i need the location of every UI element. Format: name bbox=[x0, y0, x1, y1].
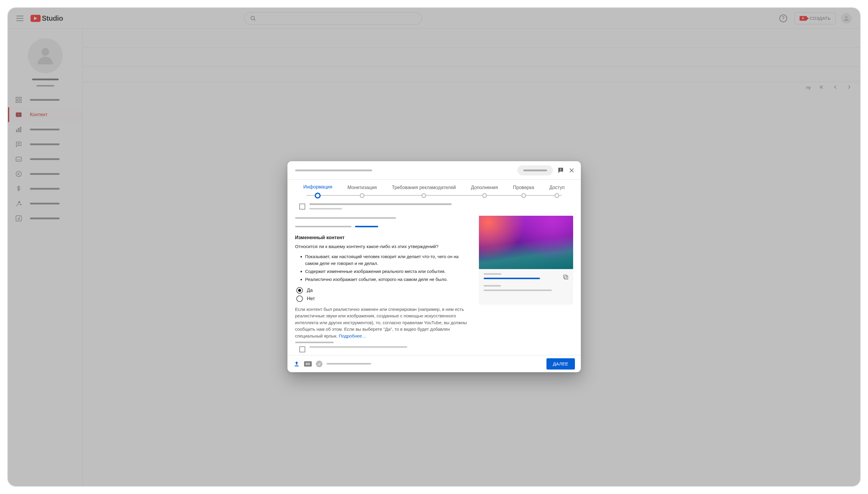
hamburger-menu-button[interactable] bbox=[16, 16, 23, 21]
page-next-icon[interactable] bbox=[846, 84, 852, 90]
step-monetization[interactable]: Монетизация bbox=[347, 185, 377, 198]
content-icon bbox=[15, 111, 22, 118]
filename-label-placeholder bbox=[484, 285, 501, 287]
comments-icon bbox=[15, 141, 22, 148]
sidebar-item-label bbox=[30, 173, 60, 175]
copyright-icon bbox=[15, 170, 22, 177]
step-checks[interactable]: Проверка bbox=[513, 185, 534, 198]
sidebar-item-analytics[interactable] bbox=[8, 122, 82, 137]
altered-radio-yes[interactable]: Да bbox=[296, 287, 470, 294]
sidebar-item-audio[interactable] bbox=[8, 211, 82, 226]
altered-explain-text: Если контент был реалистично изменен или… bbox=[295, 307, 467, 338]
next-button[interactable]: ДАЛЕЕ bbox=[546, 358, 575, 369]
channel-avatar[interactable] bbox=[28, 38, 63, 73]
svg-point-3 bbox=[41, 48, 49, 56]
channel-block bbox=[8, 34, 82, 93]
sidebar-item-label bbox=[30, 217, 60, 219]
step-ad-suitability[interactable]: Требования рекламодателей bbox=[392, 185, 456, 198]
svg-rect-10 bbox=[18, 128, 19, 132]
feedback-icon[interactable] bbox=[557, 167, 564, 174]
sidebar-item-label bbox=[30, 158, 60, 160]
step-label: Монетизация bbox=[347, 185, 377, 190]
page-prev-icon[interactable] bbox=[833, 84, 838, 90]
svg-rect-21 bbox=[560, 170, 561, 171]
svg-point-0 bbox=[251, 16, 254, 20]
checkbox-group bbox=[299, 203, 470, 210]
help-icon: ? bbox=[779, 15, 787, 22]
save-draft-button[interactable] bbox=[517, 165, 553, 175]
youtube-play-icon bbox=[31, 15, 41, 22]
svg-rect-24 bbox=[564, 276, 568, 280]
create-video-icon bbox=[799, 16, 807, 21]
search-icon bbox=[250, 15, 256, 22]
help-button[interactable]: ? bbox=[777, 13, 789, 24]
svg-rect-5 bbox=[19, 97, 21, 99]
studio-logo[interactable]: Studio bbox=[31, 14, 63, 22]
create-button[interactable]: СОЗДАТЬ bbox=[794, 13, 836, 24]
step-video-elements[interactable]: Дополнения bbox=[471, 185, 498, 198]
dollar-icon bbox=[15, 185, 22, 192]
filename-placeholder bbox=[484, 289, 552, 291]
video-link-placeholder[interactable] bbox=[484, 278, 540, 279]
video-preview-card bbox=[479, 202, 573, 353]
pager-label-fragment: ny bbox=[806, 85, 811, 90]
altered-bullet: Содержит измененные изображения реальног… bbox=[305, 268, 470, 275]
svg-rect-7 bbox=[19, 100, 21, 102]
radio-label: Да bbox=[307, 288, 313, 293]
checkbox[interactable] bbox=[299, 204, 305, 210]
checkbox-sublabel-placeholder bbox=[309, 208, 342, 210]
svg-point-17 bbox=[16, 171, 21, 177]
checkbox-group bbox=[299, 346, 470, 353]
altered-bullet: Реалистично изображает событие, которого… bbox=[305, 276, 470, 283]
sd-badge: SD bbox=[304, 361, 312, 366]
sidebar-item-content[interactable]: Контент bbox=[8, 107, 82, 122]
step-details[interactable]: Информация bbox=[304, 184, 332, 198]
svg-rect-14 bbox=[16, 157, 21, 161]
person-icon bbox=[34, 44, 57, 67]
dialog-body: Измененный контент Относится ли к вашему… bbox=[287, 198, 581, 355]
step-label: Требования рекламодателей bbox=[392, 185, 456, 190]
channel-handle-placeholder bbox=[36, 85, 54, 87]
altered-bullet: Показывает, как настоящий человек говори… bbox=[305, 253, 470, 267]
checks-status-icon bbox=[316, 361, 323, 367]
video-thumbnail[interactable] bbox=[479, 216, 573, 269]
altered-content-title: Измененный контент bbox=[295, 235, 470, 240]
svg-rect-20 bbox=[560, 169, 561, 170]
sidebar-item-copyright[interactable] bbox=[8, 167, 82, 182]
altered-content-bullets: Показывает, как настоящий человек говори… bbox=[295, 253, 470, 283]
magic-wand-icon bbox=[15, 200, 22, 207]
sidebar-item-dashboard[interactable] bbox=[8, 93, 82, 107]
step-label: Доступ bbox=[549, 185, 564, 190]
step-label: Проверка bbox=[513, 185, 534, 190]
sidebar-item-customize[interactable] bbox=[8, 196, 82, 211]
dialog-header bbox=[287, 161, 581, 179]
page-first-icon[interactable] bbox=[819, 84, 825, 90]
altered-radio-no[interactable]: Нет bbox=[296, 296, 470, 302]
sidebar: Контент bbox=[8, 29, 83, 486]
search-input[interactable] bbox=[244, 12, 422, 24]
copy-link-button[interactable] bbox=[562, 274, 569, 280]
sidebar-item-label bbox=[30, 129, 60, 130]
next-button-label: ДАЛЕЕ bbox=[553, 361, 568, 366]
svg-rect-25 bbox=[563, 275, 566, 278]
close-button[interactable] bbox=[568, 167, 575, 174]
checkbox-label-placeholder bbox=[309, 203, 451, 205]
sidebar-item-label bbox=[30, 144, 60, 145]
sidebar-item-subtitles[interactable] bbox=[8, 152, 82, 167]
checkbox[interactable] bbox=[299, 346, 305, 353]
account-avatar[interactable] bbox=[841, 13, 852, 24]
person-icon bbox=[843, 15, 850, 22]
radio-icon bbox=[296, 287, 303, 294]
filter-bar bbox=[83, 67, 860, 82]
learn-more-link[interactable]: Подробнее… bbox=[339, 334, 366, 338]
svg-rect-26 bbox=[294, 365, 298, 366]
sidebar-item-earn[interactable] bbox=[8, 182, 82, 196]
step-label: Информация bbox=[304, 184, 332, 190]
upload-status-text-placeholder bbox=[327, 363, 371, 364]
app-header: Studio ? СОЗДАТЬ bbox=[8, 8, 860, 29]
svg-point-2 bbox=[845, 16, 848, 18]
step-visibility[interactable]: Доступ bbox=[549, 185, 564, 198]
sidebar-item-label bbox=[30, 99, 60, 101]
sidebar-item-comments[interactable] bbox=[8, 137, 82, 152]
sidebar-item-label bbox=[30, 188, 60, 190]
